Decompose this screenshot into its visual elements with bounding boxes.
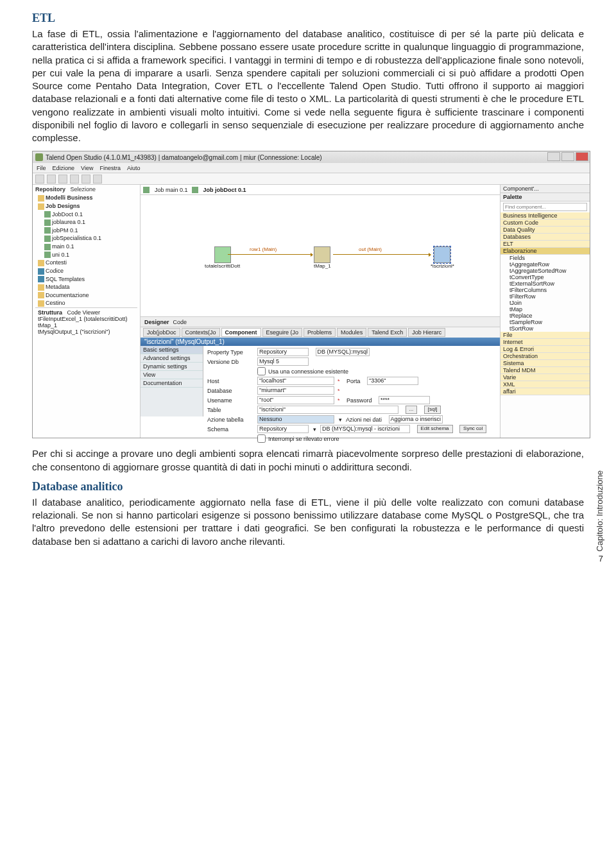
sel-schemadb[interactable]: DB (MYSQL):mysql - iscrizioni: [320, 425, 410, 433]
tree-cestino[interactable]: Cestino: [46, 300, 65, 306]
cat-orch[interactable]: Orchestration: [501, 353, 590, 360]
tb-copy-icon[interactable]: [70, 175, 79, 184]
cat-file[interactable]: File: [501, 332, 590, 339]
design-canvas[interactable]: totaleIscrittiDott row1 (Main) tMap_1 ou…: [141, 195, 500, 317]
sel-dbcol[interactable]: DB (MYSQL):mysql: [316, 348, 370, 356]
min-button[interactable]: [547, 152, 560, 161]
btab-component[interactable]: Component: [221, 328, 261, 337]
menu-item[interactable]: Edizione: [53, 165, 75, 171]
side-adv[interactable]: Advanced settings: [141, 354, 203, 363]
btn-table-sql[interactable]: [sql]: [424, 406, 441, 414]
struct-item[interactable]: tMap_1: [38, 322, 135, 329]
pal-item[interactable]: tMap: [501, 306, 590, 313]
sel-schema[interactable]: Repository: [257, 425, 309, 433]
palette-search[interactable]: [503, 203, 587, 211]
side-view[interactable]: View: [141, 371, 203, 379]
side-doc[interactable]: Documentation: [141, 379, 203, 388]
cat-dq[interactable]: Data Quality: [501, 227, 590, 234]
cat-internet[interactable]: Internet: [501, 339, 590, 346]
sel-azdati[interactable]: Aggiorna o inserisci: [389, 415, 443, 424]
tree-job[interactable]: joblaurea 0.1: [52, 219, 85, 225]
tab-repository[interactable]: Repository: [35, 186, 65, 193]
editor-tab[interactable]: Job jobDoct 0.1: [203, 187, 246, 193]
tab-code[interactable]: Code: [173, 319, 187, 325]
struct-item[interactable]: tFileInputExcel_1 (totaleIscrittiDott): [38, 316, 135, 322]
btab[interactable]: Eseguire (Jo: [262, 328, 303, 337]
tab-designer[interactable]: Designer: [144, 319, 169, 325]
tab-struttura[interactable]: Struttura: [38, 309, 62, 316]
cat-db[interactable]: Databases: [501, 234, 590, 241]
cat-bi[interactable]: Business Intelligence: [501, 212, 590, 219]
tree-metadata[interactable]: Metadata: [46, 284, 70, 290]
pal-item[interactable]: tAggregateRow: [501, 261, 590, 268]
btn-editschema[interactable]: Edit schema: [417, 425, 453, 433]
tree-job[interactable]: JobDoct 0.1: [52, 211, 83, 218]
cat-log[interactable]: Log & Errori: [501, 346, 590, 353]
pal-item[interactable]: tAggregateSortedRow: [501, 268, 590, 274]
inp-database[interactable]: "miurmart": [257, 386, 334, 395]
node-output[interactable]: *iscrizioni*: [431, 246, 454, 269]
tree-job[interactable]: uni 0.1: [52, 252, 69, 258]
inp-user[interactable]: "root": [257, 396, 334, 404]
tb-cut-icon[interactable]: [58, 175, 67, 184]
struct-item[interactable]: tMysqlOutput_1 ("iscrizioni"): [38, 329, 135, 335]
tb-run-icon[interactable]: [93, 175, 102, 184]
pal-item[interactable]: tJoin: [501, 300, 590, 306]
inp-host[interactable]: "localhost": [257, 377, 334, 385]
max-button[interactable]: [561, 152, 574, 161]
pal-item[interactable]: tConvertType: [501, 274, 590, 280]
side-basic[interactable]: Basic settings: [141, 346, 203, 354]
pal-item[interactable]: tFilterRow: [501, 293, 590, 300]
right-top[interactable]: Component'...: [501, 185, 590, 193]
cat-sistema[interactable]: Sistema: [501, 360, 590, 367]
cat-affari[interactable]: affari: [501, 388, 590, 395]
pal-item[interactable]: tSortRow: [501, 325, 590, 332]
cat-custom[interactable]: Custom Code: [501, 219, 590, 227]
tab-selezione[interactable]: Selezione: [71, 186, 96, 193]
cat-varie[interactable]: Varie: [501, 374, 590, 381]
tree-root[interactable]: Modelli Business: [46, 194, 93, 201]
tree-codice[interactable]: Codice: [46, 268, 64, 274]
tab-codeviewer[interactable]: Code Viewer: [67, 309, 100, 316]
pal-item[interactable]: Fields: [501, 255, 590, 261]
menu-item[interactable]: File: [37, 165, 46, 171]
menu-item[interactable]: Aiuto: [127, 165, 141, 171]
inp-pwd[interactable]: ****: [379, 396, 430, 404]
inp-table[interactable]: "iscrizioni": [257, 406, 398, 414]
pal-item[interactable]: tReplace: [501, 313, 590, 319]
btab[interactable]: Job(jobDoc: [143, 328, 180, 337]
btn-table-browse[interactable]: ...: [406, 406, 418, 414]
cat-elaborazione[interactable]: Elaborazione: [501, 248, 590, 255]
inp-porta[interactable]: "3306": [367, 377, 418, 385]
tree-jobdesigns[interactable]: Job Designs: [46, 203, 80, 209]
tb-save-icon[interactable]: [35, 175, 44, 184]
btab[interactable]: Job Hierarc: [408, 328, 445, 337]
tb-open-icon[interactable]: [47, 175, 56, 184]
tree-job[interactable]: main 0.1: [52, 243, 74, 250]
pal-item[interactable]: tFilterColumns: [501, 287, 590, 293]
btn-synccols[interactable]: Sync col: [459, 425, 486, 433]
tree-job[interactable]: jobSpecialistica 0.1: [52, 235, 101, 241]
pal-item[interactable]: tSampleRow: [501, 319, 590, 325]
tree-sqltemplates[interactable]: SQL Templates: [46, 276, 85, 282]
tree-contesti[interactable]: Contesti: [46, 259, 67, 266]
editor-tab[interactable]: Job main 0.1: [155, 187, 188, 193]
tree-job[interactable]: jobPM 0.1: [52, 227, 78, 234]
node-input[interactable]: totaleIscrittiDott: [205, 246, 240, 269]
close-button[interactable]: [576, 152, 588, 161]
sel-version[interactable]: Mysql 5: [257, 357, 309, 366]
cat-elt[interactable]: ELT: [501, 241, 590, 248]
sel-proptype[interactable]: Repository: [257, 348, 309, 356]
btab[interactable]: Talend Exch: [368, 328, 407, 337]
cb-interrupt[interactable]: [257, 434, 266, 443]
menu-item[interactable]: Finestra: [99, 165, 121, 171]
tb-paste-icon[interactable]: [81, 175, 90, 184]
cb-existconn[interactable]: [257, 367, 266, 375]
side-dyn[interactable]: Dynamic settings: [141, 363, 203, 371]
menu-item[interactable]: View: [81, 165, 93, 171]
sel-aztab[interactable]: Nessuno: [257, 415, 334, 424]
btab[interactable]: Problems: [304, 328, 336, 337]
btab[interactable]: Modules: [337, 328, 366, 337]
tree-doc[interactable]: Documentazione: [46, 292, 89, 298]
node-tmap[interactable]: tMap_1: [314, 246, 331, 269]
